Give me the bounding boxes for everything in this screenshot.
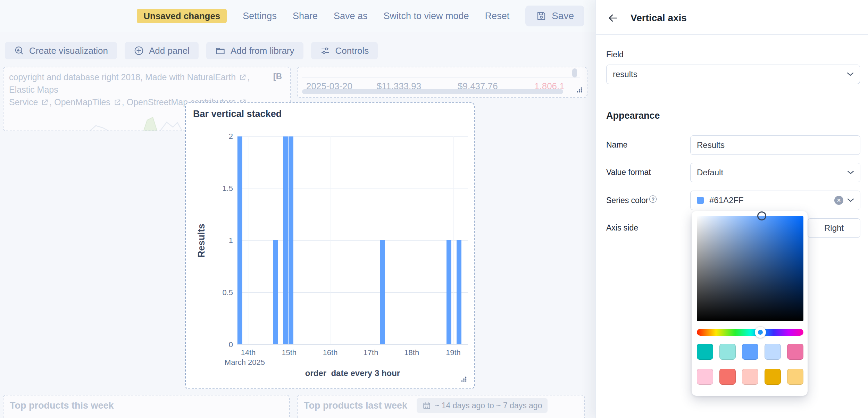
palette-swatch[interactable]	[765, 344, 781, 360]
gridline-vertical	[453, 136, 454, 344]
gridline-vertical	[331, 136, 331, 344]
value-format-select[interactable]: Default	[690, 163, 860, 182]
field-select-value: results	[613, 69, 843, 79]
controls-label: Controls	[335, 45, 369, 56]
create-visualization-button[interactable]: Create visualization	[5, 42, 117, 59]
dashboard-main-area: Unsaved changes Settings Share Save as S…	[0, 0, 595, 418]
series-color-picker-input[interactable]: #61A2FF ✕	[690, 191, 860, 210]
map-attribution-text: Service	[9, 97, 40, 107]
help-icon[interactable]: ?	[649, 195, 657, 203]
y-tick-label: 0.5	[222, 288, 233, 297]
sliders-icon	[320, 45, 331, 56]
horizontal-scrollbar[interactable]	[302, 89, 563, 94]
series-color-value: #61A2FF	[709, 195, 834, 205]
gridline-vertical	[249, 136, 249, 344]
palette-swatch[interactable]	[742, 344, 758, 360]
series-color-label: Series color?	[606, 195, 657, 205]
vertical-scrollbar[interactable]	[572, 68, 577, 77]
table-panel[interactable]: 2025-03-20 $11,333.93 $9,437.76 1,806.1	[297, 67, 587, 98]
y-tick-label: 2	[229, 132, 233, 141]
gridline-horizontal	[237, 292, 468, 293]
chart-bar[interactable]	[289, 136, 293, 344]
drag-dots-icon[interactable]	[460, 375, 468, 383]
map-corner-label: [B	[273, 72, 282, 81]
chart-bar[interactable]	[446, 240, 451, 344]
value-format-label: Value format	[606, 168, 651, 177]
gridline-horizontal	[237, 189, 468, 189]
gridline-horizontal	[237, 136, 468, 137]
external-link-icon	[239, 74, 247, 81]
unsaved-changes-badge[interactable]: Unsaved changes	[137, 9, 227, 23]
y-tick-label: 1	[229, 236, 233, 245]
x-tick-label: 19th	[446, 348, 461, 357]
back-button[interactable]	[608, 12, 619, 25]
add-panel-button[interactable]: Add panel	[125, 42, 199, 59]
y-tick-label: 1.5	[222, 184, 233, 193]
flyout-title: Vertical axis	[631, 12, 687, 24]
palette-swatch[interactable]	[697, 369, 713, 385]
palette-row-1	[697, 344, 803, 360]
value-format-value: Default	[697, 168, 843, 177]
top-products-this-week-panel[interactable]: Top products this week	[3, 395, 290, 418]
x-axis-title: order_date every 3 hour	[237, 368, 468, 378]
hue-slider[interactable]	[697, 329, 803, 336]
flyout-header: Vertical axis	[596, 0, 868, 35]
save-button[interactable]: Save	[525, 6, 584, 26]
palette-swatch[interactable]	[697, 344, 713, 360]
x-tick-label: 18th	[404, 348, 419, 357]
chart-bar[interactable]	[237, 136, 242, 344]
edit-toolbar: Create visualization Add panel Add from …	[5, 42, 378, 59]
floppy-disk-icon	[536, 10, 547, 22]
y-axis-title: Results	[196, 136, 207, 345]
saturation-black-overlay	[697, 216, 803, 321]
panel-title: Top products last week	[304, 400, 407, 411]
name-input[interactable]: Results	[690, 135, 860, 155]
controls-button[interactable]: Controls	[311, 42, 378, 59]
folder-icon	[215, 45, 226, 56]
map-attribution-line-1: copyright and database right 2018, Made …	[9, 71, 276, 96]
appearance-heading: Appearance	[606, 110, 660, 121]
chart-bar[interactable]	[283, 136, 288, 344]
palette-swatch[interactable]	[787, 344, 803, 360]
dashboard-edit-screen: Unsaved changes Settings Share Save as S…	[0, 0, 868, 418]
x-tick-label: 15th	[282, 348, 297, 357]
palette-swatch[interactable]	[719, 369, 736, 385]
gridline-vertical	[412, 136, 412, 344]
save-button-label: Save	[552, 10, 574, 22]
chart-bar[interactable]	[457, 240, 461, 344]
chart-bar[interactable]	[380, 240, 385, 344]
top-products-last-week-panel[interactable]: Top products last week ~ 14 days ago to …	[297, 395, 585, 418]
x-axis-sub-label: March 2025	[225, 358, 265, 367]
palette-swatch[interactable]	[742, 369, 758, 385]
palette-swatch[interactable]	[765, 369, 781, 385]
map-attribution-text: , OpenMapTiles	[49, 97, 112, 107]
axis-side-right-button[interactable]: Right	[808, 218, 860, 238]
name-label: Name	[606, 140, 627, 150]
add-from-library-button[interactable]: Add from library	[206, 42, 303, 59]
calendar-icon	[422, 401, 431, 410]
time-range-label: ~ 14 days ago to ~ 7 days ago	[435, 401, 542, 410]
add-from-library-label: Add from library	[231, 45, 294, 56]
chevron-down-icon	[847, 73, 853, 76]
palette-swatch[interactable]	[719, 344, 736, 360]
field-select[interactable]: results	[606, 65, 860, 84]
hue-slider-handle[interactable]	[755, 327, 766, 338]
nav-item-switch-to-view-mode[interactable]: Switch to view mode	[384, 11, 469, 22]
saturation-handle[interactable]	[757, 211, 766, 220]
palette-swatch[interactable]	[787, 369, 803, 385]
series-color-swatch	[697, 197, 704, 204]
clear-color-button[interactable]: ✕	[834, 196, 843, 205]
bar-chart-panel[interactable]: Bar vertical stacked Results 00.511.52 1…	[185, 102, 475, 389]
chart-bar[interactable]	[273, 240, 278, 344]
nav-item-settings[interactable]: Settings	[243, 11, 277, 22]
panel-title: Top products this week	[10, 400, 114, 411]
nav-item-reset[interactable]: Reset	[485, 11, 510, 22]
x-tick-label: 14thMarch 2025	[232, 348, 265, 367]
table-divider	[302, 77, 580, 78]
nav-item-save-as[interactable]: Save as	[334, 11, 368, 22]
time-range-badge[interactable]: ~ 14 days ago to ~ 7 days ago	[417, 398, 548, 413]
nav-item-share[interactable]: Share	[293, 11, 318, 22]
saturation-gradient-box[interactable]	[697, 216, 803, 321]
drag-dots-icon[interactable]	[576, 86, 583, 94]
create-visualization-label: Create visualization	[29, 45, 108, 56]
